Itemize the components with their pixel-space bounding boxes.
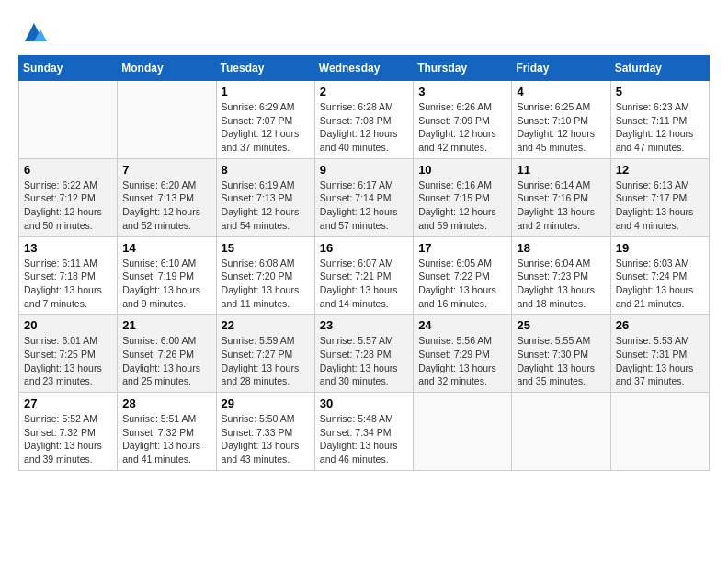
- calendar-cell: 20Sunrise: 6:01 AMSunset: 7:25 PMDayligh…: [19, 315, 118, 393]
- day-info: Sunrise: 5:48 AMSunset: 7:34 PMDaylight:…: [320, 412, 408, 466]
- day-number: 10: [418, 163, 506, 177]
- day-number: 17: [418, 241, 506, 255]
- day-number: 20: [24, 318, 112, 332]
- calendar-week-row: 20Sunrise: 6:01 AMSunset: 7:25 PMDayligh…: [19, 315, 710, 393]
- calendar-cell: [414, 393, 512, 471]
- calendar-cell: [512, 393, 610, 471]
- weekday-header-thursday: Thursday: [414, 56, 512, 81]
- calendar-cell: 17Sunrise: 6:05 AMSunset: 7:22 PMDayligh…: [414, 236, 512, 315]
- calendar-cell: 25Sunrise: 5:55 AMSunset: 7:30 PMDayligh…: [512, 315, 610, 393]
- day-number: 13: [24, 241, 112, 255]
- calendar-cell: 3Sunrise: 6:26 AMSunset: 7:09 PMDaylight…: [414, 81, 512, 159]
- weekday-header-tuesday: Tuesday: [216, 56, 314, 81]
- day-info: Sunrise: 6:23 AMSunset: 7:11 PMDaylight:…: [616, 100, 704, 155]
- day-number: 23: [320, 318, 408, 332]
- calendar-week-row: 13Sunrise: 6:11 AMSunset: 7:18 PMDayligh…: [19, 236, 710, 315]
- calendar-cell: 16Sunrise: 6:07 AMSunset: 7:21 PMDayligh…: [314, 236, 413, 315]
- calendar-week-row: 1Sunrise: 6:29 AMSunset: 7:07 PMDaylight…: [19, 81, 710, 159]
- day-number: 24: [418, 318, 506, 332]
- day-info: Sunrise: 5:59 AMSunset: 7:27 PMDaylight:…: [222, 334, 310, 388]
- calendar-cell: 7Sunrise: 6:20 AMSunset: 7:13 PMDaylight…: [118, 158, 216, 236]
- calendar-cell: 19Sunrise: 6:03 AMSunset: 7:24 PMDayligh…: [610, 236, 709, 315]
- day-number: 5: [616, 85, 704, 98]
- day-info: Sunrise: 6:13 AMSunset: 7:17 PMDaylight:…: [616, 178, 704, 233]
- calendar-cell: 6Sunrise: 6:22 AMSunset: 7:12 PMDaylight…: [19, 158, 118, 236]
- day-info: Sunrise: 5:50 AMSunset: 7:33 PMDaylight:…: [222, 412, 310, 466]
- day-info: Sunrise: 6:19 AMSunset: 7:13 PMDaylight:…: [222, 178, 310, 233]
- day-info: Sunrise: 6:07 AMSunset: 7:21 PMDaylight:…: [320, 257, 408, 311]
- calendar-cell: 14Sunrise: 6:10 AMSunset: 7:19 PMDayligh…: [118, 236, 216, 315]
- day-info: Sunrise: 6:29 AMSunset: 7:07 PMDaylight:…: [222, 100, 310, 155]
- day-number: 22: [222, 318, 310, 332]
- calendar-cell: 30Sunrise: 5:48 AMSunset: 7:34 PMDayligh…: [314, 393, 413, 471]
- calendar-cell: 5Sunrise: 6:23 AMSunset: 7:11 PMDaylight…: [610, 81, 709, 159]
- calendar-cell: 8Sunrise: 6:19 AMSunset: 7:13 PMDaylight…: [216, 158, 314, 236]
- day-number: 4: [517, 85, 605, 98]
- calendar-cell: 11Sunrise: 6:14 AMSunset: 7:16 PMDayligh…: [512, 158, 610, 236]
- day-number: 16: [320, 241, 408, 255]
- day-info: Sunrise: 6:00 AMSunset: 7:26 PMDaylight:…: [122, 334, 210, 388]
- day-number: 12: [616, 163, 704, 177]
- day-number: 30: [320, 396, 408, 410]
- calendar-cell: 15Sunrise: 6:08 AMSunset: 7:20 PMDayligh…: [216, 236, 314, 315]
- calendar-cell: 29Sunrise: 5:50 AMSunset: 7:33 PMDayligh…: [216, 393, 314, 471]
- day-number: 7: [122, 163, 210, 177]
- calendar-cell: 1Sunrise: 6:29 AMSunset: 7:07 PMDaylight…: [216, 81, 314, 159]
- day-info: Sunrise: 5:56 AMSunset: 7:29 PMDaylight:…: [418, 334, 506, 388]
- logo: [18, 18, 48, 46]
- day-number: 8: [222, 163, 310, 177]
- day-number: 25: [517, 318, 605, 332]
- page-header: [18, 18, 710, 46]
- weekday-header-wednesday: Wednesday: [314, 56, 413, 81]
- day-info: Sunrise: 5:57 AMSunset: 7:28 PMDaylight:…: [320, 334, 408, 388]
- day-number: 29: [222, 396, 310, 410]
- day-number: 2: [320, 85, 408, 98]
- day-info: Sunrise: 6:16 AMSunset: 7:15 PMDaylight:…: [418, 178, 506, 233]
- day-number: 9: [320, 163, 408, 177]
- day-info: Sunrise: 5:53 AMSunset: 7:31 PMDaylight:…: [616, 334, 704, 388]
- day-number: 26: [616, 318, 704, 332]
- day-info: Sunrise: 6:05 AMSunset: 7:22 PMDaylight:…: [418, 257, 506, 311]
- calendar-week-row: 27Sunrise: 5:52 AMSunset: 7:32 PMDayligh…: [19, 393, 710, 471]
- calendar-cell: 27Sunrise: 5:52 AMSunset: 7:32 PMDayligh…: [19, 393, 118, 471]
- day-number: 19: [616, 241, 704, 255]
- day-number: 3: [418, 85, 506, 98]
- calendar-cell: 4Sunrise: 6:25 AMSunset: 7:10 PMDaylight…: [512, 81, 610, 159]
- calendar-cell: 2Sunrise: 6:28 AMSunset: 7:08 PMDaylight…: [314, 81, 413, 159]
- day-number: 14: [122, 241, 210, 255]
- day-info: Sunrise: 6:25 AMSunset: 7:10 PMDaylight:…: [517, 100, 605, 155]
- day-number: 1: [222, 85, 310, 98]
- calendar-cell: 24Sunrise: 5:56 AMSunset: 7:29 PMDayligh…: [414, 315, 512, 393]
- calendar-cell: 28Sunrise: 5:51 AMSunset: 7:32 PMDayligh…: [118, 393, 216, 471]
- day-info: Sunrise: 6:08 AMSunset: 7:20 PMDaylight:…: [222, 257, 310, 311]
- day-info: Sunrise: 5:55 AMSunset: 7:30 PMDaylight:…: [517, 334, 605, 388]
- day-info: Sunrise: 6:04 AMSunset: 7:23 PMDaylight:…: [517, 257, 605, 311]
- day-number: 6: [24, 163, 112, 177]
- day-info: Sunrise: 6:22 AMSunset: 7:12 PMDaylight:…: [24, 178, 112, 233]
- weekday-header-sunday: Sunday: [19, 56, 118, 81]
- calendar-cell: 22Sunrise: 5:59 AMSunset: 7:27 PMDayligh…: [216, 315, 314, 393]
- calendar-cell: [610, 393, 709, 471]
- calendar-table: SundayMondayTuesdayWednesdayThursdayFrid…: [18, 55, 710, 471]
- calendar-week-row: 6Sunrise: 6:22 AMSunset: 7:12 PMDaylight…: [19, 158, 710, 236]
- day-info: Sunrise: 6:03 AMSunset: 7:24 PMDaylight:…: [616, 257, 704, 311]
- day-info: Sunrise: 6:10 AMSunset: 7:19 PMDaylight:…: [122, 257, 210, 311]
- day-info: Sunrise: 6:11 AMSunset: 7:18 PMDaylight:…: [24, 257, 112, 311]
- calendar-cell: 12Sunrise: 6:13 AMSunset: 7:17 PMDayligh…: [610, 158, 709, 236]
- day-number: 21: [122, 318, 210, 332]
- calendar-cell: 13Sunrise: 6:11 AMSunset: 7:18 PMDayligh…: [19, 236, 118, 315]
- day-info: Sunrise: 6:14 AMSunset: 7:16 PMDaylight:…: [517, 178, 605, 233]
- calendar-cell: 23Sunrise: 5:57 AMSunset: 7:28 PMDayligh…: [314, 315, 413, 393]
- day-number: 18: [517, 241, 605, 255]
- day-info: Sunrise: 6:26 AMSunset: 7:09 PMDaylight:…: [418, 100, 506, 155]
- weekday-header-monday: Monday: [118, 56, 216, 81]
- day-info: Sunrise: 6:28 AMSunset: 7:08 PMDaylight:…: [320, 100, 408, 155]
- day-info: Sunrise: 6:17 AMSunset: 7:14 PMDaylight:…: [320, 178, 408, 233]
- day-info: Sunrise: 5:51 AMSunset: 7:32 PMDaylight:…: [122, 412, 210, 466]
- day-number: 11: [517, 163, 605, 177]
- day-info: Sunrise: 6:01 AMSunset: 7:25 PMDaylight:…: [24, 334, 112, 388]
- weekday-header-saturday: Saturday: [610, 56, 709, 81]
- calendar-cell: 10Sunrise: 6:16 AMSunset: 7:15 PMDayligh…: [414, 158, 512, 236]
- calendar-cell: 9Sunrise: 6:17 AMSunset: 7:14 PMDaylight…: [314, 158, 413, 236]
- calendar-cell: [118, 81, 216, 159]
